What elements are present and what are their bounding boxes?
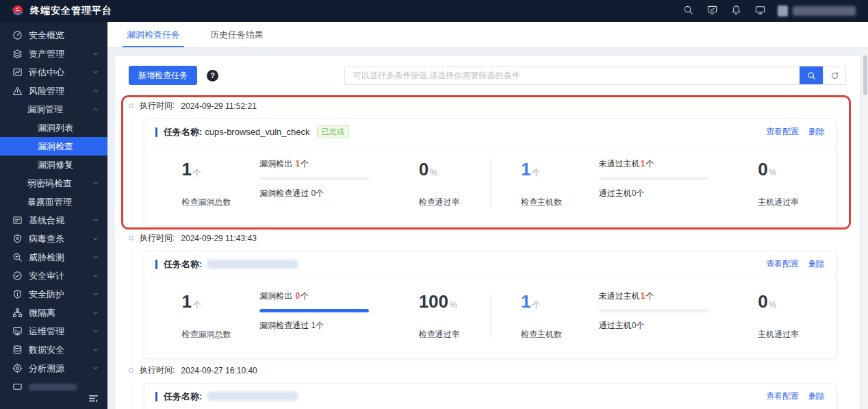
stat-progress-top: 漏洞检出 0个 bbox=[259, 291, 388, 301]
sidebar-item-18[interactable]: 分析溯源 bbox=[0, 359, 107, 377]
sidebar-item-label: 运维管理 bbox=[29, 325, 64, 338]
stat-progress-top: 未通过主机1个 bbox=[599, 159, 728, 169]
bell-icon[interactable] bbox=[731, 5, 741, 18]
search-button[interactable] bbox=[800, 66, 823, 84]
stat-value: 0% bbox=[419, 159, 490, 183]
sidebar-item-1[interactable]: 资产管理 bbox=[0, 45, 107, 63]
sidebar-item-label-redacted bbox=[29, 384, 77, 391]
topbar-icons bbox=[683, 5, 765, 18]
sidebar-item-5[interactable]: 漏洞列表 bbox=[0, 119, 107, 137]
task-name-label: 任务名称: bbox=[164, 258, 202, 271]
sidebar-item-label: 基线合规 bbox=[29, 214, 64, 227]
stat-progress-block: 未通过主机1个 通过主机0个 bbox=[592, 159, 728, 208]
stat-block: 100% 检查通过率 bbox=[388, 291, 489, 340]
chevron-up-icon bbox=[92, 106, 99, 113]
sidebar-item-14[interactable]: 安全防护 bbox=[0, 285, 107, 303]
stat-label: 检查通过率 bbox=[419, 329, 490, 340]
sidebar-item-6[interactable]: 漏洞检查 bbox=[0, 137, 107, 156]
tab-0[interactable]: 漏洞检查任务 bbox=[127, 22, 180, 47]
search-input[interactable] bbox=[345, 66, 800, 84]
stat-block: 0% 检查通过率 bbox=[388, 159, 489, 208]
task-time-value: 2024-09-29 11:52:21 bbox=[181, 101, 257, 111]
progress-bar bbox=[259, 309, 369, 312]
task-card-header: 任务名称: 查看配置 删除 bbox=[144, 251, 836, 277]
sidebar-item-11[interactable]: 病毒查杀 bbox=[0, 230, 107, 248]
sidebar-item-label: 威胁检测 bbox=[29, 251, 64, 264]
progress-bar bbox=[599, 309, 709, 312]
task-item-0: 执行时间: 2024-09-29 11:52:21 任务名称: cups-bro… bbox=[129, 100, 846, 227]
sidebar-item-2[interactable]: 评估中心 bbox=[0, 63, 107, 82]
stat-value: 0% bbox=[758, 159, 829, 183]
sidebar-item-label: 漏洞修复 bbox=[38, 159, 73, 171]
sidebar-item-label: 病毒查杀 bbox=[29, 233, 64, 245]
gauge-icon bbox=[12, 30, 23, 40]
tab-bar: 漏洞检查任务历史任务结果 bbox=[107, 22, 868, 48]
view-config-link[interactable]: 查看配置 bbox=[766, 126, 799, 138]
sidebar-item-0[interactable]: 安全概览 bbox=[0, 26, 107, 45]
scrollbar-thumb[interactable] bbox=[863, 55, 867, 95]
monitor-check-icon[interactable] bbox=[707, 5, 717, 18]
sidebar-item-15[interactable]: 微隔离 bbox=[0, 303, 107, 322]
sidebar-item-label: 安全防护 bbox=[29, 288, 64, 301]
chevron-down-icon bbox=[92, 235, 99, 243]
delete-link[interactable]: 删除 bbox=[808, 126, 825, 138]
add-check-task-button[interactable]: 新增检查任务 bbox=[129, 66, 197, 85]
sidebar-item-13[interactable]: 安全审计 bbox=[0, 267, 107, 285]
sidebar-item-7[interactable]: 漏洞修复 bbox=[0, 156, 107, 174]
chevron-down-icon bbox=[92, 69, 99, 76]
view-config-link[interactable]: 查看配置 bbox=[766, 391, 799, 402]
sidebar-item-label: 暴露面管理 bbox=[27, 196, 72, 208]
chevron-down-icon bbox=[92, 216, 99, 224]
task-time-label: 执行时间: bbox=[140, 100, 175, 112]
sidebar-item-8[interactable]: 弱密码检查 bbox=[0, 174, 107, 193]
stat-value: 1个 bbox=[521, 291, 592, 315]
stat-value: 1个 bbox=[521, 159, 592, 183]
stat-progress-block: 漏洞检出 0个 漏洞检查通过 1个 bbox=[253, 291, 388, 340]
delete-link[interactable]: 删除 bbox=[808, 391, 825, 402]
stat-progress-top: 漏洞检出 1个 bbox=[259, 159, 388, 169]
shield-icon bbox=[12, 289, 23, 299]
sidebar-item-17[interactable]: 数据安全 bbox=[0, 340, 107, 359]
chevron-down-icon bbox=[92, 364, 99, 372]
refresh-button[interactable] bbox=[823, 66, 845, 84]
sidebar-item-label: 微隔离 bbox=[29, 307, 55, 319]
sidebar-item-12[interactable]: 威胁检测 bbox=[0, 248, 107, 267]
scrollbar[interactable] bbox=[863, 49, 868, 409]
tab-label: 历史任务结果 bbox=[210, 29, 264, 41]
baseline-icon bbox=[12, 215, 23, 225]
task-name-redacted bbox=[207, 392, 298, 401]
sidebar-item-label: 数据安全 bbox=[29, 344, 64, 356]
view-config-link[interactable]: 查看配置 bbox=[766, 258, 799, 270]
task-time-label: 执行时间: bbox=[140, 232, 175, 244]
tab-1[interactable]: 历史任务结果 bbox=[210, 22, 264, 47]
help-icon[interactable]: ? bbox=[207, 70, 218, 82]
sidebar-item-label: 评估中心 bbox=[29, 66, 64, 79]
stat-progress-bottom: 漏洞检查通过 1个 bbox=[259, 321, 388, 330]
sidebar-item-10[interactable]: 基线合规 bbox=[0, 211, 107, 230]
collapse-sidebar-button[interactable] bbox=[88, 393, 99, 404]
vuln-stats: 1个 检查漏洞总数 漏洞检出 0个 漏洞检查通过 1个 100% 检查通过率 bbox=[151, 291, 490, 340]
task-list: 执行时间: 2024-09-29 11:52:21 任务名称: cups-bro… bbox=[115, 93, 860, 409]
stat-progress-block: 漏洞检出 1个 漏洞检查通过 0个 bbox=[253, 159, 388, 208]
sidebar-item-3[interactable]: 风险管理 bbox=[0, 82, 107, 100]
sidebar-item-4[interactable]: 漏洞管理 bbox=[0, 100, 107, 119]
stat-count: 1 bbox=[296, 159, 301, 169]
ops-icon bbox=[12, 326, 23, 336]
chevron-down-icon bbox=[92, 179, 99, 187]
sidebar-item-16[interactable]: 运维管理 bbox=[0, 322, 107, 340]
user-account[interactable] bbox=[778, 5, 856, 16]
stat-label: 检查漏洞总数 bbox=[182, 329, 253, 340]
sidebar-item-9[interactable]: 暴露面管理 bbox=[0, 193, 107, 211]
chevron-up-icon bbox=[92, 87, 99, 95]
stat-unit: % bbox=[769, 300, 777, 310]
delete-link[interactable]: 删除 bbox=[808, 258, 825, 270]
search-icon[interactable] bbox=[683, 5, 693, 18]
task-name-label: 任务名称: bbox=[164, 126, 202, 138]
trace-icon bbox=[12, 363, 23, 373]
stat-block: 1个 检查漏洞总数 bbox=[151, 291, 253, 340]
display-icon[interactable] bbox=[755, 5, 765, 18]
stat-label: 检查漏洞总数 bbox=[182, 197, 253, 208]
chart-icon bbox=[12, 67, 23, 77]
tab-label: 漏洞检查任务 bbox=[127, 29, 180, 41]
task-time-value: 2024-09-27 16:10:40 bbox=[181, 366, 257, 375]
